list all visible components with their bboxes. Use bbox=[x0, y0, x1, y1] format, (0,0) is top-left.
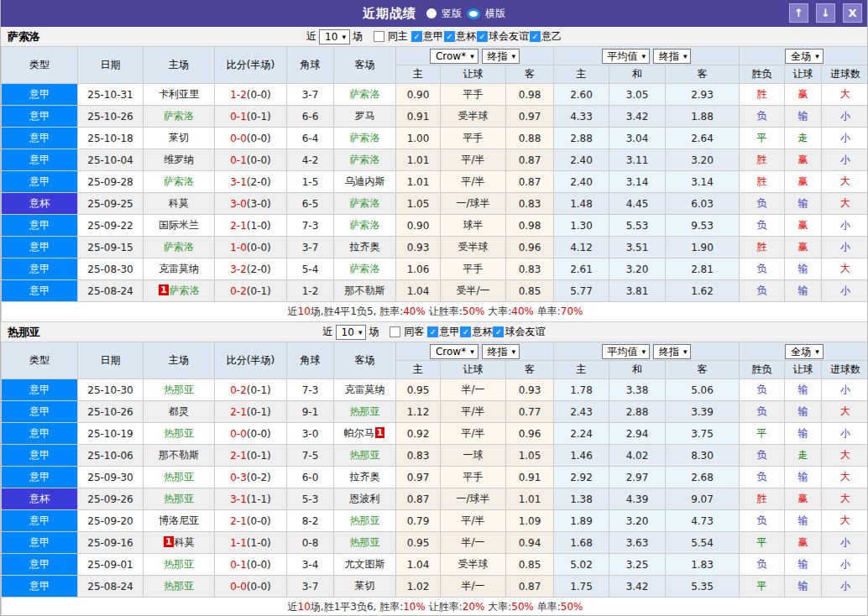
sub-header-goals-result: 进球数 bbox=[822, 65, 868, 84]
odds-cell: 0.97 bbox=[396, 467, 441, 488]
league-checkbox[interactable]: ✓ bbox=[444, 31, 455, 42]
odds-cell: 0.97 bbox=[506, 106, 554, 128]
avg-odds-cell: 2.64 bbox=[666, 128, 740, 149]
sub-header-avg-guest: 客 bbox=[666, 361, 740, 379]
avg-odds-cell: 3.81 bbox=[609, 280, 666, 302]
league-checkbox[interactable]: ✓ bbox=[427, 326, 438, 337]
final-odds-select[interactable]: 终指▾ bbox=[482, 49, 520, 64]
col-header-date: 日期 bbox=[78, 47, 144, 84]
match-row: 意甲25-10-26都灵2-1(0-1)9-1热那亚1.12平/半0.772.4… bbox=[2, 401, 868, 423]
match-row: 意甲25-09-28萨索洛3-1(2-0)1-5乌迪内斯1.01平/半0.872… bbox=[2, 171, 868, 193]
fullmatch-select[interactable]: 全场▾ bbox=[785, 49, 824, 64]
radio-vertical[interactable] bbox=[426, 8, 437, 18]
handicap-cell: 平手 bbox=[441, 84, 506, 106]
fullmatch-select[interactable]: 全场▾ bbox=[785, 344, 824, 359]
team-name: 萨索洛 bbox=[350, 219, 380, 231]
odds-cell: 1.04 bbox=[396, 280, 441, 302]
avg-odds-cell: 2.93 bbox=[666, 84, 740, 106]
avg-odds-cell: 1.30 bbox=[554, 215, 609, 237]
average-select[interactable]: 平均值▾ bbox=[602, 49, 651, 64]
avg-odds-cell: 3.04 bbox=[609, 128, 666, 149]
away-team-cell: 萨索洛 bbox=[334, 215, 396, 237]
result-cell: 输 bbox=[785, 258, 822, 280]
odds-cell: 0.87 bbox=[506, 149, 554, 171]
match-date-cell: 25-10-04 bbox=[78, 149, 144, 171]
league-type-cell: 意甲 bbox=[2, 215, 78, 237]
crow-odds-select[interactable]: Crow*▾ bbox=[430, 49, 478, 64]
scroll-up-button[interactable]: ↑ bbox=[789, 3, 808, 23]
fullmatch-group-header: 全场▾ bbox=[740, 47, 868, 65]
score-cell: 0-1(0-1) bbox=[215, 106, 287, 128]
home-team-cell: 热那亚 bbox=[144, 379, 215, 401]
result-cell: 输 bbox=[785, 510, 822, 532]
league-type-cell: 意甲 bbox=[2, 445, 78, 467]
close-button[interactable]: X bbox=[843, 3, 862, 23]
result-cell: 大 bbox=[822, 445, 868, 467]
radio-horizontal-label: 横版 bbox=[485, 7, 505, 21]
col-header-type: 类型 bbox=[2, 47, 78, 84]
team-name: 萨索洛 bbox=[350, 197, 380, 209]
result-cell: 负 bbox=[740, 445, 785, 467]
avg-odds-cell: 4.39 bbox=[609, 488, 666, 510]
summary-stat-value: 70% bbox=[561, 305, 583, 317]
handicap-cell: 受半球 bbox=[441, 237, 506, 258]
odds-cell: 0.91 bbox=[506, 467, 554, 488]
odds-cell: 0.98 bbox=[506, 215, 554, 237]
same-away-checkbox[interactable] bbox=[390, 326, 400, 337]
corner-cell: 7-3 bbox=[287, 215, 334, 237]
final-odds-select[interactable]: 终指▾ bbox=[482, 344, 520, 359]
home-team-cell: 热那亚 bbox=[144, 488, 215, 510]
score-cell: 1-1(1-0) bbox=[215, 532, 287, 554]
same-home-checkbox[interactable] bbox=[374, 31, 384, 42]
score-cell: 0-0(0-0) bbox=[215, 128, 287, 149]
league-type-cell: 意甲 bbox=[2, 171, 78, 193]
scroll-down-button[interactable]: ↓ bbox=[816, 3, 835, 23]
league-checkbox[interactable]: ✓ bbox=[411, 31, 422, 42]
final-odds-select-2[interactable]: 终指▾ bbox=[653, 49, 692, 64]
avg-odds-cell: 2.24 bbox=[554, 423, 609, 445]
result-cell: 负 bbox=[740, 258, 785, 280]
league-type-cell: 意甲 bbox=[2, 510, 78, 532]
average-group-header: 平均值▾ 终指▾ bbox=[554, 47, 740, 65]
odds-cell: 0.87 bbox=[396, 488, 441, 510]
games-count-select[interactable]: 10▾ bbox=[319, 29, 350, 44]
chevron-down-icon: ▾ bbox=[470, 50, 474, 62]
handicap-cell: 受半球 bbox=[441, 554, 506, 576]
avg-odds-cell: 9.53 bbox=[666, 215, 740, 237]
games-count-select[interactable]: 10▾ bbox=[336, 325, 367, 340]
match-row: 意杯25-09-26热那亚3-1(1-1)5-3恩波利0.87一/球半1.011… bbox=[2, 488, 868, 510]
avg-odds-cell: 2.88 bbox=[609, 401, 666, 423]
away-team-cell: 热那亚 bbox=[334, 401, 396, 423]
avg-odds-cell: 3.20 bbox=[609, 258, 666, 280]
odds-cell: 0.85 bbox=[506, 280, 554, 302]
home-team-cell: 萨索洛 bbox=[144, 106, 215, 128]
avg-odds-cell: 1.83 bbox=[666, 554, 740, 576]
match-row: 意甲25-09-20博洛尼亚2-1(0-0)8-2热那亚0.79平/半1.091… bbox=[2, 510, 868, 532]
league-checkbox[interactable]: ✓ bbox=[460, 326, 471, 337]
result-cell: 小 bbox=[822, 215, 868, 237]
league-checkbox[interactable]: ✓ bbox=[530, 31, 541, 42]
sub-header-result: 胜负 bbox=[740, 65, 785, 84]
team-name: 那不勒斯 bbox=[159, 449, 199, 461]
league-checkbox-label: 意甲 bbox=[439, 325, 459, 339]
fulltime-score: 0-2 bbox=[230, 285, 247, 297]
home-team-cell: 热那亚 bbox=[144, 576, 215, 598]
chevron-down-icon: ▾ bbox=[642, 346, 646, 358]
window-buttons: ↑ ↓ X bbox=[789, 3, 862, 23]
average-select[interactable]: 平均值▾ bbox=[602, 344, 651, 359]
final-odds-select-2[interactable]: 终指▾ bbox=[653, 344, 692, 359]
handicap-cell: 半/一 bbox=[441, 379, 506, 401]
avg-odds-cell: 3.25 bbox=[609, 554, 666, 576]
summary-stat-label: 单率: bbox=[534, 601, 561, 613]
league-checkbox[interactable]: ✓ bbox=[493, 326, 504, 337]
sub-header-handicap: 让球 bbox=[441, 361, 506, 379]
sub-header-avg-draw: 和 bbox=[609, 361, 666, 379]
window-title: 近期战绩 bbox=[363, 6, 416, 22]
corner-cell: 7-5 bbox=[287, 445, 334, 467]
radio-horizontal[interactable] bbox=[467, 8, 480, 19]
league-checkbox-label: 球会友谊 bbox=[489, 29, 529, 44]
crow-odds-select[interactable]: Crow*▾ bbox=[430, 344, 478, 359]
away-team-cell: 萨索洛 bbox=[334, 128, 396, 149]
league-checkbox[interactable]: ✓ bbox=[477, 31, 488, 42]
score-cell: 2-1(0-1) bbox=[215, 445, 287, 467]
